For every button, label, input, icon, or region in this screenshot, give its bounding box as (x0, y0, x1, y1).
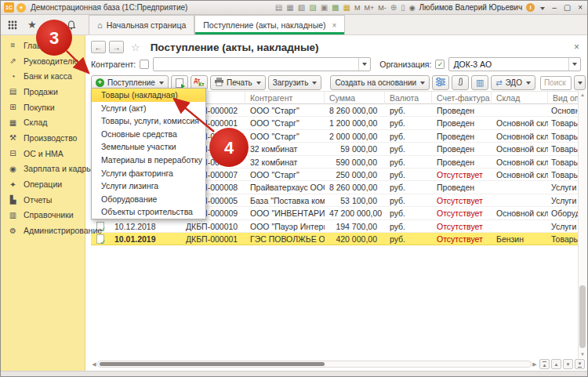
sidebar-item-salary-hr[interactable]: ◉Зарплата и кадры (1, 161, 85, 177)
save-icon[interactable]: ▤ (275, 4, 282, 12)
go-next-button[interactable]: ▼ (563, 359, 573, 369)
menu-item[interactable]: Основные средства (92, 128, 205, 141)
column-header[interactable]: Счет-фактура (432, 92, 492, 104)
zoom-icon[interactable]: ⊕ (390, 4, 397, 12)
menu-item[interactable]: Услуги факторинга (92, 167, 205, 180)
print-preview-icon[interactable]: ▧ (298, 4, 305, 12)
list-settings-button[interactable] (432, 75, 449, 90)
attachments-button[interactable] (452, 75, 469, 90)
edo-button[interactable]: ⇄ ЭДО (491, 75, 535, 90)
horizontal-scrollbar[interactable]: ◀ ▶ (91, 359, 538, 369)
forward-button[interactable]: → (109, 41, 124, 53)
memory-subtract-button[interactable]: M- (378, 4, 387, 12)
menu-item[interactable]: Объекты строительства (92, 205, 205, 219)
calendar-icon[interactable]: ▦ (343, 4, 350, 12)
tab-close-icon[interactable]: × (332, 21, 337, 30)
document-icon[interactable]: ▣ (321, 4, 328, 12)
counterparty-combo[interactable] (153, 57, 371, 71)
menu-item[interactable]: Оборудование (92, 193, 205, 206)
load-button[interactable]: Загрузить (268, 75, 322, 90)
menu-item[interactable]: Товары (накладная) (92, 89, 205, 102)
info-icon[interactable]: i (526, 3, 535, 12)
search-options-caret[interactable] (574, 75, 586, 90)
report-structure-button[interactable]: ▥ (471, 75, 488, 90)
memory-add-button[interactable]: M+ (365, 4, 375, 12)
favorite-star-icon[interactable]: ☆ (131, 42, 140, 53)
menu-item[interactable]: Материалы в переработку (92, 154, 205, 167)
memory-store-button[interactable]: M (354, 4, 361, 12)
search-input[interactable] (540, 76, 572, 90)
go-last-button[interactable]: ▼ (575, 359, 585, 369)
sidebar-item-main[interactable]: ≡Главное (1, 38, 85, 53)
sidebar-item-manager[interactable]: ⇗Руководителю (1, 53, 85, 69)
current-user[interactable]: Любимов Валерий Юрьевич (419, 3, 523, 12)
column-header[interactable]: Валюта (385, 92, 432, 104)
tabs-bar: ★ ⌂ Начальная страница Поступление (акты… (1, 15, 587, 35)
cell-invoice-status: Проведен (432, 143, 492, 155)
organization-checkbox[interactable]: ✓ (435, 60, 445, 69)
horizontal-scroll-thumb[interactable] (100, 362, 325, 366)
menu-item[interactable]: Услуги (акт) (92, 102, 205, 115)
table-row[interactable]: ✓10.01.2019ДКБП-000001ГЭС ПОВОЛЖЬЕ ООО42… (91, 233, 579, 245)
history-search-icon[interactable] (47, 20, 56, 30)
scroll-up-icon[interactable]: ▲ (579, 91, 586, 99)
menu-grid-icon[interactable] (8, 20, 17, 30)
sidebar-item-administration[interactable]: ⚙Администрирование (1, 223, 85, 238)
close-button[interactable]: × (576, 3, 584, 12)
table-row[interactable]: ✓10.12.2018ДКБП-000010ООО "Пауэр Интерна… (91, 220, 579, 233)
tab-home[interactable]: ⌂ Начальная страница (89, 15, 194, 34)
send-icon[interactable]: ▨ (309, 4, 316, 12)
maximize-button[interactable]: ▢ (562, 3, 572, 12)
column-header[interactable]: Контрагент (245, 92, 325, 104)
1c-logo-icon: 1С (4, 2, 14, 13)
minimize-button[interactable]: – (550, 3, 558, 12)
menu-item[interactable]: Товары, услуги, комиссия (92, 114, 205, 128)
cell-date: 10.12.2018 (114, 220, 156, 233)
table-icon[interactable]: ▩ (332, 4, 339, 12)
sidebar-item-catalogs[interactable]: ▥Справочники (1, 208, 85, 223)
back-button[interactable]: ← (91, 41, 106, 53)
counterparty-checkbox[interactable] (140, 60, 149, 69)
notifications-bell-icon[interactable] (67, 20, 76, 30)
organization-combo[interactable]: ДОК-3 АО (448, 57, 581, 71)
scroll-left-icon[interactable]: ◀ (91, 361, 97, 368)
print-icon[interactable]: ▦ (286, 4, 293, 12)
reports-icon: ▙ (8, 195, 18, 204)
menu-item[interactable]: Земельные участки (92, 140, 205, 154)
cell-sum: 53 100,00 (325, 194, 385, 207)
sidebar-item-reports[interactable]: ▙Отчеты (1, 192, 85, 208)
sidebar-item-sales[interactable]: ▤Продажи (1, 84, 85, 100)
sidebar-item-warehouse[interactable]: ▦Склад (1, 114, 85, 130)
cell-operation-type: Товары (548, 143, 579, 155)
cell-invoice-status: Отсутствует (432, 169, 492, 181)
column-header[interactable]: Вид опе (548, 92, 579, 104)
panels-icon[interactable]: ▯ (401, 4, 405, 12)
print-button[interactable]: Печать (210, 75, 266, 90)
cell-invoice-status: Проведен (432, 117, 492, 129)
form-close-icon[interactable]: × (574, 42, 579, 53)
menu-item[interactable]: Услуги лизинга (92, 179, 205, 193)
organization-dropdown-icon[interactable] (568, 58, 580, 71)
column-header[interactable]: Склад (492, 92, 548, 104)
sidebar-item-fixed-assets[interactable]: ⊟ОС и НМА (1, 146, 85, 161)
sidebar-item-purchases[interactable]: ⊞Покупки (1, 100, 85, 115)
scroll-down-icon[interactable]: ▼ (579, 350, 586, 358)
cell-operation-type: Товары (548, 156, 579, 169)
main-menu-button[interactable]: ▼ (16, 3, 26, 13)
go-prev-button[interactable]: ▲ (551, 359, 561, 369)
sidebar-item-bank-and-cash[interactable]: ◔Банк и касса (1, 68, 85, 84)
counterparty-dropdown-icon[interactable] (358, 58, 370, 71)
vertical-scrollbar[interactable]: ▲ ▼ (578, 91, 586, 358)
column-header[interactable]: Сумма (325, 92, 385, 104)
cell-sum: 47 200 000,00 (325, 207, 385, 219)
vertical-scroll-thumb[interactable] (579, 285, 586, 348)
sidebar-item-operations[interactable]: ✦Операции (1, 176, 85, 192)
service-menu-caret[interactable] (539, 3, 546, 12)
scroll-right-icon[interactable]: ▶ (532, 361, 538, 368)
tab-receipts[interactable]: Поступление (акты, накладные) × (194, 15, 345, 34)
purchases-icon: ⊞ (8, 103, 18, 111)
go-first-button[interactable]: ▲ (539, 359, 550, 369)
sidebar-item-production[interactable]: ⚒Производство (1, 130, 85, 146)
favorites-star-icon[interactable]: ★ (27, 19, 37, 31)
create-based-on-button[interactable]: Создать на основании (330, 75, 430, 90)
